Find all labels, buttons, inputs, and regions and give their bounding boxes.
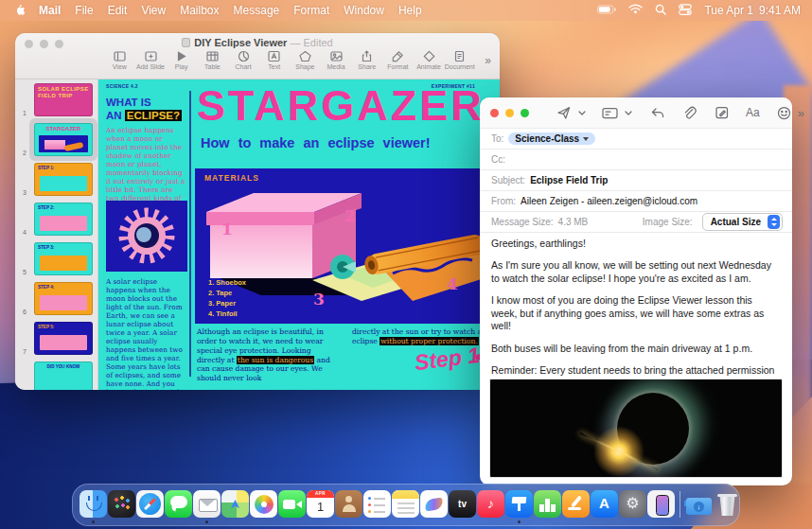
appletv-dock-icon[interactable]: tv [449, 490, 476, 518]
select-stepper-icon [768, 215, 780, 229]
launchpad-dock-icon[interactable] [108, 490, 135, 518]
iphone-mirroring-dock-icon[interactable] [647, 490, 675, 518]
image-size-select[interactable]: Actual Size [702, 213, 783, 231]
text-button[interactable]: Text [258, 50, 290, 70]
appstore-dock-icon[interactable]: A [591, 490, 618, 518]
pages-dock-icon[interactable] [562, 490, 590, 518]
minimize-button[interactable] [505, 109, 514, 117]
menu-item-format[interactable]: Format [293, 4, 329, 17]
toolbar-overflow-chevron[interactable]: » [485, 54, 491, 67]
play-button[interactable]: Play [166, 50, 197, 70]
document-button[interactable]: Document [444, 50, 475, 70]
menu-item-help[interactable]: Help [398, 4, 422, 17]
material-number-1: 1 [221, 220, 233, 238]
search-icon[interactable] [655, 4, 666, 18]
slide-thumbnail-1[interactable]: 1 SOLAR ECLIPSE FIELD TRIP [15, 81, 98, 119]
document-proxy-icon[interactable] [182, 38, 190, 47]
slide-canvas[interactable]: SCIENCE 4.2 EXPERIMENT #11 WHAT IS AN EC… [98, 79, 500, 390]
slide-subtitle: How to make an eclipse viewer! [201, 135, 431, 150]
contacts-dock-icon[interactable] [335, 490, 362, 518]
music-dock-icon[interactable]: ♪ [477, 490, 504, 518]
menu-item-message[interactable]: Message [234, 4, 280, 17]
message-size-row: Message Size: 4.3 MB Image Size: Actual … [480, 212, 792, 233]
keynote-window-title: DIY Eclipse Viewer — Edited [15, 37, 500, 48]
running-indicator [92, 520, 95, 523]
trash-dock-icon[interactable] [714, 490, 741, 518]
close-button[interactable] [490, 109, 499, 117]
freeform-dock-icon[interactable] [420, 490, 448, 518]
from-value: Aileen Zeigen - aileen.zeigen@icloud.com [521, 196, 697, 206]
recipient-token[interactable]: Science-Class [508, 132, 595, 145]
format-text-icon[interactable]: Aa [739, 102, 767, 123]
media-button[interactable]: Media [321, 50, 352, 70]
message-size-value: 4.3 MB [558, 217, 589, 227]
eclipse-highlight: ECLIPSE? [125, 110, 182, 121]
markup-icon[interactable] [709, 102, 735, 123]
calendar-dock-icon[interactable]: APR1 [307, 490, 334, 518]
safari-dock-icon[interactable] [136, 490, 164, 518]
menu-item-mailbox[interactable]: Mailbox [180, 4, 219, 17]
apple-menu-icon[interactable] [13, 4, 26, 17]
toolbar-overflow-chevron[interactable]: » [798, 106, 804, 120]
slide-thumbnail-7[interactable]: 7 STEP 5: [15, 320, 98, 358]
send-icon[interactable] [550, 102, 578, 123]
animate-button[interactable]: Animate [414, 50, 445, 70]
header-fields-chevron-icon[interactable] [625, 102, 634, 123]
zoom-button[interactable] [521, 109, 529, 117]
control-center-icon[interactable] [679, 4, 692, 18]
mail-compose-window: Aa » To: Science-Class Cc: Subject: Ecli… [480, 97, 792, 485]
running-indicator [518, 520, 521, 523]
reminders-dock-icon[interactable] [363, 490, 391, 518]
emoji-icon[interactable] [770, 102, 798, 123]
cc-field[interactable]: Cc: [480, 150, 792, 170]
system-settings-dock-icon[interactable]: ⚙ [619, 490, 646, 518]
materials-panel: MATERIALS [195, 168, 500, 324]
token-chevron-icon [583, 137, 589, 141]
maps-dock-icon[interactable] [221, 490, 249, 518]
menu-item-edit[interactable]: Edit [108, 4, 128, 17]
material-number-4: 4 [447, 274, 458, 293]
view-button[interactable]: View [104, 50, 135, 70]
menu-app-name[interactable]: Mail [39, 4, 61, 17]
shape-button[interactable]: Shape [290, 50, 321, 70]
body-paragraph: Both buses will be leaving from the main… [491, 343, 781, 355]
subject-field[interactable]: Subject: Eclipse Field Trip [480, 170, 792, 191]
wifi-icon[interactable] [628, 4, 643, 17]
table-button[interactable]: Table [197, 50, 228, 70]
finder-dock-icon[interactable] [79, 490, 107, 518]
photos-dock-icon[interactable] [250, 490, 277, 518]
attach-icon[interactable] [677, 102, 703, 123]
eclipse-attachment-image[interactable] [489, 379, 783, 478]
material-number-3: 3 [313, 290, 325, 309]
slide-thumbnail-6[interactable]: 6 STEP 4: [15, 280, 98, 318]
from-field[interactable]: From: Aileen Zeigen - aileen.zeigen@iclo… [480, 191, 792, 212]
to-field[interactable]: To: Science-Class [480, 129, 792, 150]
send-chevron-icon[interactable] [578, 102, 588, 123]
mail-dock-icon[interactable] [193, 490, 221, 518]
add-slide-button[interactable]: Add Slide [135, 50, 167, 70]
edited-label: — Edited [290, 37, 332, 48]
solar-eclipse-paragraph: A solar eclipse happens when the moon bl… [106, 278, 186, 390]
notes-dock-icon[interactable] [392, 490, 419, 518]
reply-icon[interactable] [644, 102, 671, 123]
menu-clock[interactable]: Tue Apr 1 9:41 AM [704, 4, 801, 17]
chart-button[interactable]: Chart [228, 50, 259, 70]
battery-icon[interactable] [597, 4, 616, 17]
keynote-dock-icon[interactable] [505, 490, 533, 518]
slide-thumbnail-5[interactable]: 5 STEP 3: [15, 240, 98, 278]
format-button[interactable]: Format [382, 50, 414, 70]
numbers-dock-icon[interactable] [534, 490, 561, 518]
share-button[interactable]: Share [351, 50, 382, 70]
slide-thumbnail-4[interactable]: 4 STEP 2: [15, 201, 98, 238]
slide-thumbnail-3[interactable]: 3 STEP 1: [15, 161, 98, 199]
slide-thumbnail-2-selected[interactable]: 2 STARGAZER [15, 121, 98, 159]
menu-item-view[interactable]: View [141, 4, 166, 17]
desktop: Mail File Edit View Mailbox Message Form… [0, 0, 812, 529]
menu-item-window[interactable]: Window [344, 4, 384, 17]
slide-thumbnail-8[interactable]: DID YOU KNOW [15, 360, 98, 390]
facetime-dock-icon[interactable] [278, 490, 306, 518]
keynote-titlebar: DIY Eclipse Viewer — Edited View Add Sli… [15, 33, 500, 79]
menu-item-file[interactable]: File [75, 4, 93, 17]
messages-dock-icon[interactable] [165, 490, 192, 518]
header-fields-icon[interactable] [595, 102, 625, 123]
